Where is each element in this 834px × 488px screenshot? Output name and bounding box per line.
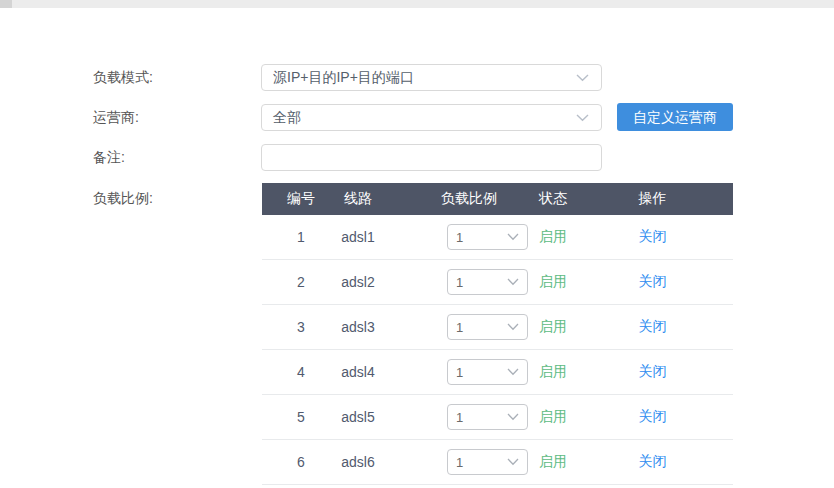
row-line-name: adsl3 [340, 319, 376, 335]
ratio-select[interactable]: 1 [447, 269, 528, 295]
table-row: 5 adsl5 1 启用 关闭 [262, 395, 733, 440]
status-enabled-text: 启用 [539, 408, 567, 426]
ratio-select-value: 1 [456, 230, 463, 245]
status-enabled-text: 启用 [539, 363, 567, 381]
carrier-label: 运营商: [93, 104, 139, 131]
chevron-down-icon [507, 278, 519, 286]
custom-carrier-button[interactable]: 自定义运营商 [617, 103, 733, 131]
chevron-down-icon [507, 233, 519, 241]
table-row: 6 adsl6 1 启用 关闭 [262, 440, 733, 485]
chevron-down-icon [507, 458, 519, 466]
remark-input[interactable] [261, 144, 602, 171]
table-header-row: 编号 线路 负载比例 状态 操作 [262, 183, 733, 215]
chevron-down-icon [507, 368, 519, 376]
chevron-down-icon [507, 413, 519, 421]
column-header-ratio: 负载比例 [376, 190, 534, 208]
close-action-link[interactable]: 关闭 [639, 363, 667, 381]
status-enabled-text: 启用 [539, 228, 567, 246]
status-enabled-text: 启用 [539, 273, 567, 291]
row-line-name: adsl6 [340, 454, 376, 470]
table-row: 4 adsl4 1 启用 关闭 [262, 350, 733, 395]
ratio-select[interactable]: 1 [447, 224, 528, 250]
ratio-select[interactable]: 1 [447, 314, 528, 340]
horizontal-scrollbar-track [0, 0, 834, 8]
table-row: 2 adsl2 1 启用 关闭 [262, 260, 733, 305]
ratio-select-value: 1 [456, 410, 463, 425]
load-mode-select-value: 源IP+目的IP+目的端口 [273, 69, 414, 87]
load-ratio-table: 编号 线路 负载比例 状态 操作 1 adsl1 1 启用 关闭 2 adsl2 [262, 183, 733, 485]
column-header-status: 状态 [534, 190, 572, 208]
table-row: 1 adsl1 1 启用 关闭 [262, 215, 733, 260]
row-number: 3 [262, 319, 340, 335]
ratio-select-value: 1 [456, 275, 463, 290]
column-header-action: 操作 [572, 190, 733, 208]
carrier-select[interactable]: 全部 [261, 104, 602, 131]
status-enabled-text: 启用 [539, 453, 567, 471]
table-row: 3 adsl3 1 启用 关闭 [262, 305, 733, 350]
column-header-line: 线路 [340, 190, 376, 208]
chevron-down-icon [576, 114, 589, 122]
close-action-link[interactable]: 关闭 [639, 228, 667, 246]
ratio-select[interactable]: 1 [447, 404, 528, 430]
load-ratio-label: 负载比例: [93, 185, 153, 212]
row-line-name: adsl2 [340, 274, 376, 290]
load-mode-label: 负载模式: [93, 64, 153, 91]
chevron-down-icon [507, 323, 519, 331]
chevron-down-icon [576, 74, 589, 82]
remark-label: 备注: [93, 144, 125, 171]
row-number: 6 [262, 454, 340, 470]
ratio-select-value: 1 [456, 455, 463, 470]
row-number: 1 [262, 229, 340, 245]
row-number: 4 [262, 364, 340, 380]
status-enabled-text: 启用 [539, 318, 567, 336]
close-action-link[interactable]: 关闭 [639, 273, 667, 291]
load-balance-settings-page: 负载模式: 源IP+目的IP+目的端口 运营商: 全部 自定义运营商 备注: 负… [0, 0, 834, 488]
column-header-number: 编号 [262, 190, 340, 208]
ratio-select-value: 1 [456, 320, 463, 335]
row-line-name: adsl5 [340, 409, 376, 425]
close-action-link[interactable]: 关闭 [639, 453, 667, 471]
horizontal-scrollbar-thumb[interactable] [0, 0, 12, 8]
ratio-select[interactable]: 1 [447, 449, 528, 475]
row-number: 2 [262, 274, 340, 290]
ratio-select[interactable]: 1 [447, 359, 528, 385]
close-action-link[interactable]: 关闭 [639, 318, 667, 336]
carrier-select-value: 全部 [273, 109, 301, 127]
row-line-name: adsl1 [340, 229, 376, 245]
row-number: 5 [262, 409, 340, 425]
close-action-link[interactable]: 关闭 [639, 408, 667, 426]
load-mode-select[interactable]: 源IP+目的IP+目的端口 [261, 64, 602, 91]
ratio-select-value: 1 [456, 365, 463, 380]
row-line-name: adsl4 [340, 364, 376, 380]
